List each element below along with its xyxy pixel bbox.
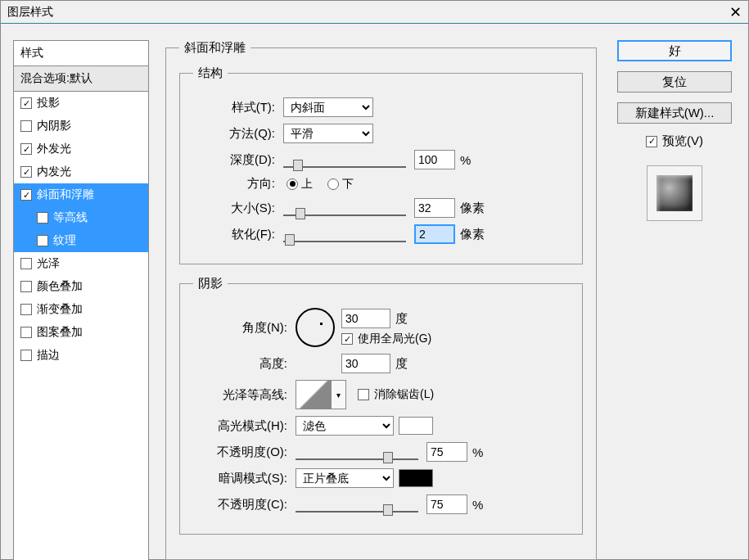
style-item-checkbox[interactable]	[20, 166, 32, 178]
style-item-label: 等高线	[53, 210, 88, 225]
antialias-label: 消除锯齿(L)	[374, 387, 434, 402]
direction-label: 方向:	[193, 176, 275, 192]
size-label: 大小(S):	[193, 201, 275, 216]
cancel-button[interactable]: 复位	[617, 71, 732, 93]
highlight-opacity-label: 不透明度(O):	[193, 445, 287, 460]
preview-checkbox[interactable]	[646, 136, 657, 147]
style-item-label: 光泽	[37, 256, 60, 271]
style-item-checkbox[interactable]	[20, 281, 32, 292]
dialog-title: 图层样式	[7, 5, 53, 20]
shadow-mode-select[interactable]: 正片叠底	[296, 468, 394, 488]
style-item[interactable]: 光泽	[14, 252, 148, 275]
ok-button[interactable]: 好	[617, 40, 732, 61]
style-item-label: 描边	[37, 348, 60, 363]
style-label: 样式(T):	[193, 100, 275, 115]
shadow-opacity-unit: %	[472, 498, 483, 512]
depth-input[interactable]	[414, 150, 455, 169]
shadow-opacity-label: 不透明度(C):	[193, 497, 287, 513]
style-item-checkbox[interactable]	[37, 212, 48, 224]
style-item-checkbox[interactable]	[37, 235, 48, 246]
angle-label: 角度(N):	[193, 320, 287, 336]
altitude-unit: 度	[395, 356, 408, 372]
structure-fieldset: 结构 样式(T): 内斜面 方法(Q): 平滑 深度(D): %	[179, 65, 583, 264]
global-light-label: 使用全局光(G)	[358, 332, 431, 346]
angle-wheel[interactable]	[296, 308, 335, 347]
style-item[interactable]: 斜面和浮雕	[14, 183, 148, 206]
style-item[interactable]: 描边	[14, 344, 148, 367]
styles-list: 样式 混合选项:默认 投影内阴影外发光内发光斜面和浮雕等高线纹理光泽颜色叠加渐变…	[13, 40, 149, 560]
antialias-checkbox[interactable]	[358, 389, 369, 400]
altitude-label: 高度:	[193, 356, 287, 372]
style-item-label: 内阴影	[37, 119, 71, 133]
preview-thumbnail	[647, 165, 702, 221]
bevel-title: 斜面和浮雕	[179, 40, 250, 56]
style-item[interactable]: 内发光	[14, 160, 148, 183]
titlebar: 图层样式 ✕	[1, 1, 748, 24]
highlight-color-swatch[interactable]	[399, 417, 433, 435]
new-style-button[interactable]: 新建样式(W)...	[617, 102, 732, 124]
style-item[interactable]: 等高线	[14, 206, 148, 229]
preview-label: 预览(V)	[662, 133, 703, 149]
depth-unit: %	[460, 153, 471, 167]
close-icon[interactable]: ✕	[729, 3, 742, 21]
down-label: 下	[342, 177, 354, 192]
style-item-checkbox[interactable]	[20, 120, 32, 132]
highlight-opacity-input[interactable]	[426, 442, 467, 462]
bevel-fieldset: 斜面和浮雕 结构 样式(T): 内斜面 方法(Q): 平滑 深度(D):	[165, 40, 597, 560]
shading-fieldset: 阴影 角度(N): 度 使用全局光(G)	[179, 276, 583, 535]
chevron-down-icon[interactable]: ▾	[332, 380, 346, 409]
style-item-label: 图案叠加	[37, 325, 83, 340]
style-item-label: 投影	[37, 96, 60, 111]
highlight-opacity-slider[interactable]	[296, 444, 418, 460]
soften-label: 软化(F):	[193, 227, 275, 242]
style-item-label: 纹理	[53, 233, 76, 248]
style-item-checkbox[interactable]	[20, 327, 32, 338]
altitude-input[interactable]	[341, 354, 390, 373]
size-slider[interactable]	[283, 200, 406, 216]
angle-input[interactable]	[341, 309, 390, 328]
style-item[interactable]: 渐变叠加	[14, 298, 148, 321]
shading-title: 阴影	[193, 276, 228, 291]
style-item[interactable]: 纹理	[14, 229, 148, 252]
bevel-panel: 斜面和浮雕 结构 样式(T): 内斜面 方法(Q): 平滑 深度(D):	[165, 40, 597, 560]
soften-slider[interactable]	[283, 226, 406, 242]
styles-header[interactable]: 样式	[14, 41, 148, 66]
style-item[interactable]: 颜色叠加	[14, 275, 148, 298]
blend-options[interactable]: 混合选项:默认	[14, 66, 148, 92]
preview-swatch	[657, 175, 693, 211]
shadow-color-swatch[interactable]	[399, 469, 433, 487]
style-item[interactable]: 投影	[14, 92, 148, 115]
gloss-contour-label: 光泽等高线:	[193, 387, 287, 403]
highlight-mode-select[interactable]: 滤色	[296, 416, 394, 436]
direction-down-radio[interactable]	[327, 178, 339, 190]
style-item[interactable]: 图案叠加	[14, 321, 148, 344]
up-label: 上	[301, 177, 313, 192]
style-item-checkbox[interactable]	[20, 258, 32, 269]
style-select[interactable]: 内斜面	[283, 97, 373, 117]
style-item-checkbox[interactable]	[20, 350, 32, 361]
style-item-label: 内发光	[37, 165, 71, 179]
style-item-checkbox[interactable]	[20, 189, 32, 201]
soften-unit: 像素	[460, 227, 485, 242]
soften-input[interactable]	[414, 224, 455, 244]
shadow-opacity-slider[interactable]	[296, 496, 418, 513]
depth-slider[interactable]	[283, 151, 406, 168]
style-item-checkbox[interactable]	[20, 304, 32, 315]
technique-select[interactable]: 平滑	[283, 124, 373, 143]
style-item-checkbox[interactable]	[20, 97, 32, 109]
style-item[interactable]: 外发光	[14, 138, 148, 160]
direction-up-radio[interactable]	[287, 178, 298, 190]
style-item-label: 渐变叠加	[37, 302, 83, 317]
highlight-mode-label: 高光模式(H):	[193, 418, 287, 434]
size-input[interactable]	[414, 198, 455, 218]
style-item-label: 斜面和浮雕	[37, 187, 94, 202]
layer-style-dialog: 图层样式 ✕ 样式 混合选项:默认 投影内阴影外发光内发光斜面和浮雕等高线纹理光…	[0, 0, 749, 560]
shadow-opacity-input[interactable]	[426, 495, 467, 514]
shadow-mode-label: 暗调模式(S):	[193, 471, 287, 486]
style-item-checkbox[interactable]	[20, 143, 32, 155]
gloss-contour-picker[interactable]	[296, 380, 332, 409]
size-unit: 像素	[460, 201, 485, 216]
style-item-label: 外发光	[37, 142, 71, 156]
style-item[interactable]: 内阴影	[14, 115, 148, 138]
global-light-checkbox[interactable]	[341, 333, 353, 345]
